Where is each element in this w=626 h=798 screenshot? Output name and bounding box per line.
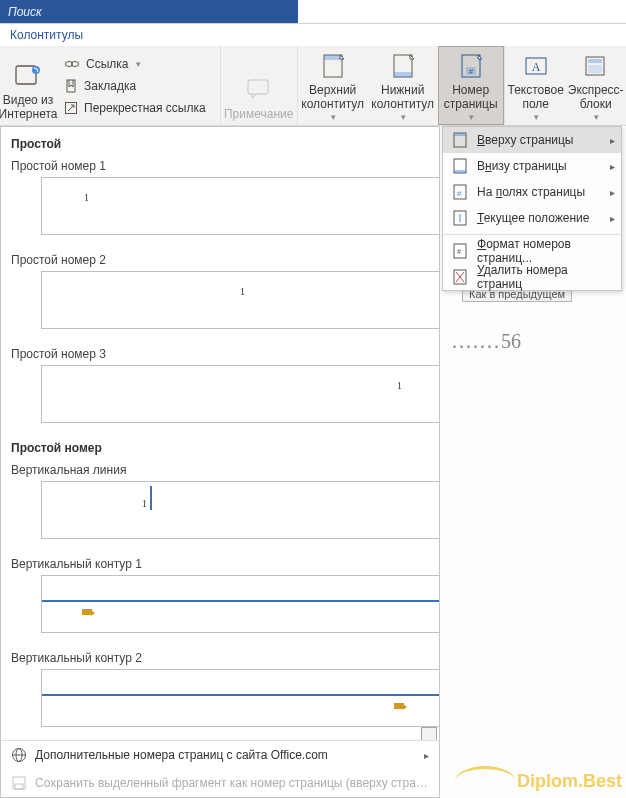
menu-current-position[interactable]: Текущее положение ▸ (443, 205, 621, 231)
svg-rect-4 (67, 80, 75, 92)
textbox-icon: A (520, 50, 552, 81)
gallery-item-name: Вертикальный контур 1 (11, 557, 435, 571)
preview-hrule (42, 600, 439, 602)
search-placeholder: Поиск (8, 5, 42, 19)
more-from-office-label: Дополнительные номера страниц с сайта Of… (35, 748, 328, 762)
crossref-button[interactable]: Перекрестная ссылка (56, 97, 214, 119)
chevron-right-icon: ▸ (610, 213, 615, 224)
menu-top-of-page[interactable]: Вверху страницы ▸ (443, 127, 621, 153)
ribbon-group-media-links: Видео из Интернета Ссылка ▾ Закладка Пер… (0, 46, 221, 125)
chevron-down-icon: ▾ (594, 112, 599, 122)
title-search[interactable]: Поиск (0, 0, 298, 23)
svg-rect-20 (454, 133, 466, 136)
footer-button[interactable]: Нижний колонтитул▾ (368, 46, 438, 125)
more-from-office[interactable]: Дополнительные номера страниц с сайта Of… (1, 741, 439, 769)
ribbon-group-header-footer: Верхний колонтитул▾ Нижний колонтитул▾ #… (298, 46, 505, 125)
header-icon (317, 50, 349, 81)
chevron-down-icon: ▾ (136, 59, 141, 69)
svg-text:#: # (468, 67, 473, 76)
gallery-item-preview[interactable]: 1 (41, 271, 439, 329)
menu-remove-label: Удалить номера страниц (477, 263, 613, 291)
textbox-button[interactable]: A Текстовое поле▾ (505, 46, 567, 125)
svg-text:#: # (457, 248, 461, 255)
gallery-item-preview[interactable]: 1 (41, 481, 439, 539)
menu-remove-numbers[interactable]: Удалить номера страниц (443, 264, 621, 290)
chevron-right-icon: ▸ (610, 161, 615, 172)
header-button[interactable]: Верхний колонтитул▾ (298, 46, 368, 125)
title-bar: Поиск (0, 0, 626, 24)
link-icon (64, 57, 80, 71)
menu-divider (443, 234, 621, 235)
gallery-item-name: Простой номер 2 (11, 253, 435, 267)
doc-page-number-field: .......56 (452, 330, 521, 353)
menu-bottom-of-page[interactable]: Внизу страницы ▸ (443, 153, 621, 179)
svg-rect-17 (588, 59, 602, 63)
ribbon-tabstrip: Колонтитулы (0, 24, 626, 46)
page-number-gallery: Простой Простой номер 1 1 Простой номер … (0, 126, 440, 798)
format-icon: # (451, 242, 469, 260)
bookmark-button[interactable]: Закладка (56, 75, 214, 97)
gallery-item-preview[interactable]: 1 (41, 177, 439, 235)
bookmark-label: Закладка (84, 79, 136, 93)
gallery-item-name: Простой номер 3 (11, 347, 435, 361)
online-video-button[interactable]: Видео из Интернета (0, 46, 56, 125)
footer-icon (387, 50, 419, 81)
gallery-category: Простой номер (11, 441, 435, 455)
tab-marker-icon (394, 703, 404, 709)
chevron-right-icon: ▸ (610, 135, 615, 146)
watermark-text: Diplom.Best (517, 771, 622, 792)
link-button[interactable]: Ссылка ▾ (56, 53, 214, 75)
svg-rect-10 (394, 72, 412, 77)
document-area: Как в предыдущем .......56 (440, 282, 626, 798)
svg-rect-18 (588, 65, 602, 73)
preview-page-number: 1 (84, 192, 89, 203)
chevron-right-icon: ▸ (424, 750, 429, 761)
crossref-icon (64, 101, 78, 115)
save-selection-as-number: Сохранить выделенный фрагмент как номер … (1, 769, 439, 797)
menu-margins-label: На полях страницы (477, 185, 585, 199)
page-number-icon: # (455, 50, 487, 81)
remove-icon (451, 268, 469, 286)
bookmark-icon (64, 79, 78, 93)
chevron-down-icon: ▾ (401, 112, 406, 122)
gallery-footer: Дополнительные номера страниц с сайта Of… (1, 740, 439, 797)
gallery-scroll[interactable]: Простой Простой номер 1 1 Простой номер … (1, 127, 439, 740)
comment-label: Примечание (224, 108, 293, 122)
menu-current-label: Текущее положение (477, 211, 589, 225)
page-margins-icon: # (451, 183, 469, 201)
watermark: Diplom.Best (455, 766, 622, 792)
svg-rect-22 (454, 170, 466, 173)
gallery-item-preview[interactable] (41, 575, 439, 633)
gallery-item-preview[interactable]: 1 (41, 365, 439, 423)
quick-parts-label: Экспресс- блоки (568, 84, 624, 112)
preview-hrule (42, 694, 439, 696)
quick-parts-button[interactable]: Экспресс- блоки▾ (567, 46, 625, 125)
svg-rect-6 (248, 80, 268, 94)
crossref-label: Перекрестная ссылка (84, 101, 206, 115)
menu-page-margins[interactable]: # На полях страницы ▸ (443, 179, 621, 205)
page-bottom-icon (451, 157, 469, 175)
page-number-button[interactable]: # Номер страницы▾ (438, 46, 504, 125)
svg-rect-36 (15, 784, 23, 789)
gallery-item-name: Вертикальная линия (11, 463, 435, 477)
watermark-logo-icon (455, 766, 515, 792)
menu-bottom-label: Внизу страницы (477, 159, 567, 173)
svg-point-1 (32, 66, 40, 74)
chevron-down-icon: ▾ (469, 112, 474, 122)
preview-page-number: 1 (142, 498, 147, 509)
menu-format-numbers[interactable]: # Формат номеров страниц... (443, 238, 621, 264)
menu-format-label: Формат номеров страниц... (477, 237, 613, 265)
preview-page-number: 1 (240, 286, 245, 297)
comment-button: Примечание (221, 46, 297, 125)
page-number-menu: Вверху страницы ▸ Внизу страницы ▸ # На … (442, 126, 622, 291)
comment-icon (243, 73, 275, 105)
tab-headers-footers[interactable]: Колонтитулы (10, 28, 83, 42)
tab-marker-icon (82, 609, 92, 615)
gallery-item-name: Вертикальный контур 2 (11, 651, 435, 665)
gallery-item-preview[interactable] (41, 669, 439, 727)
header-label: Верхний колонтитул (301, 84, 364, 112)
video-icon (12, 59, 44, 91)
footer-label: Нижний колонтитул (371, 84, 434, 112)
svg-rect-8 (324, 55, 342, 60)
save-selection-label: Сохранить выделенный фрагмент как номер … (35, 776, 429, 790)
